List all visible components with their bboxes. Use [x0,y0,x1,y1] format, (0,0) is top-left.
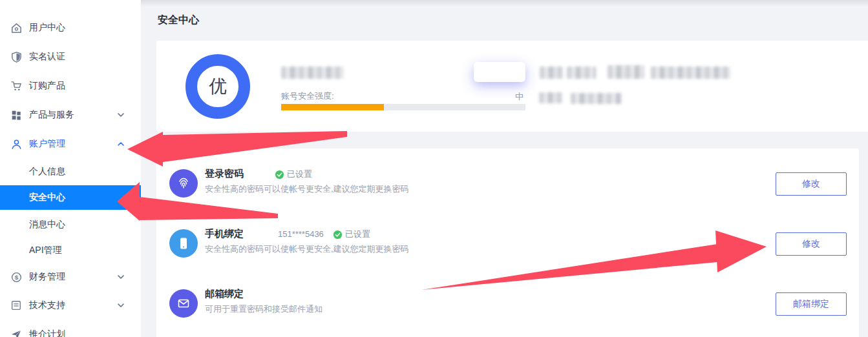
sidebar-item-tech-support[interactable]: 技术支持 [0,293,141,318]
sidebar-item-label: 实名认证 [29,51,65,63]
sidebar-item-api-management[interactable]: API管理 [0,238,141,263]
redacted-info [571,93,622,104]
security-grade-avatar: 优 [185,54,250,119]
home-icon [10,21,23,34]
redacted-info [651,66,730,79]
chevron-down-icon [116,272,125,281]
security-items-card: 登录密码 已设置 安全性高的密码可以使帐号更安全,建议您定期更换密码 修改 手机… [156,148,859,337]
phone-icon [169,229,198,258]
security-item-title: 手机绑定 [205,228,244,240]
sidebar-item-order-products[interactable]: 订购产品 [0,74,141,98]
cart-icon [10,79,23,92]
top-shadow [141,0,868,6]
sidebar-item-account-management[interactable]: 账户管理 [0,132,141,156]
sidebar-item-label: 财务管理 [29,271,65,283]
security-item-desc: 安全性高的密码可以使帐号更安全,建议您定期更换密码 [205,183,409,195]
security-item-desc: 可用于重置密码和接受邮件通知 [205,303,323,315]
status-badge: 已设置 [333,229,370,240]
chevron-up-icon [116,139,125,148]
profile-card: 优 账号安全强度: 中 [156,41,868,132]
sidebar-item-message-center[interactable]: 消息中心 [0,212,141,237]
security-item-title: 登录密码 [205,168,244,180]
sidebar-item-label: API管理 [29,245,62,256]
strength-level: 中 [515,91,524,103]
redacted-info [539,92,562,103]
redacted-info [567,66,596,79]
redacted-account-name [281,66,344,79]
status-text: 已设置 [345,229,370,240]
status-badge: 已设置 [275,168,312,180]
page-title: 安全中心 [158,14,199,27]
security-item-title: 邮箱绑定 [205,288,244,300]
grid-icon [10,108,23,121]
svg-text:$: $ [14,273,18,280]
sidebar-item-label: 推介计划 [29,329,65,337]
fingerprint-icon [169,169,198,198]
redacted-info [608,65,644,79]
security-row-email-binding: 邮箱绑定 可用于重置密码和接受邮件通知 邮箱绑定 [156,287,859,332]
sidebar-item-label: 订购产品 [29,80,65,92]
sidebar-item-label: 产品与服务 [29,109,74,121]
status-text: 已设置 [287,168,312,180]
sidebar-item-user-center[interactable]: 用户中心 [0,15,141,40]
sidebar-item-label: 个人信息 [29,166,65,178]
strength-progress-fill [281,104,384,110]
sidebar-item-products-services[interactable]: 产品与服务 [0,103,141,127]
shield-icon [10,50,23,63]
sidebar-item-promotion-plan[interactable]: 推介计划 [0,322,141,337]
masked-phone-number: 151****5436 [278,229,324,239]
security-row-login-password: 登录密码 已设置 安全性高的密码可以使帐号更安全,建议您定期更换密码 修改 [156,167,859,212]
mail-icon [169,289,198,318]
sidebar-item-label: 用户中心 [29,22,65,34]
redacted-info [540,66,563,79]
security-row-phone-binding: 手机绑定 151****5436 已设置 安全性高的密码可以使帐号更安全,建议您… [156,227,859,272]
security-item-desc: 安全性高的密码可以使帐号更安全,建议您定期更换密码 [205,243,409,255]
check-icon [333,230,343,240]
sidebar-item-label: 账户管理 [29,138,65,150]
hover-tooltip [474,62,525,82]
check-icon [275,170,284,179]
chevron-down-icon [116,110,125,119]
sidebar-item-label: 消息中心 [29,219,65,230]
bind-email-button[interactable]: 邮箱绑定 [776,292,847,316]
sidebar-item-label: 技术支持 [29,300,65,311]
user-icon [10,138,23,150]
chevron-down-icon [116,301,125,310]
sidebar-item-label: 安全中心 [29,192,65,203]
strength-label: 账号安全强度: [281,90,334,102]
main-content: 安全中心 优 账号安全强度: 中 [141,0,868,337]
modify-password-button[interactable]: 修改 [776,172,847,196]
sidebar: 用户中心 实名认证 订购产品 产品与服务 账户管理 个人信息 安全 [0,0,141,337]
paper-plane-icon [10,328,23,337]
strength-progressbar [281,104,525,110]
sidebar-item-realname-auth[interactable]: 实名认证 [0,45,141,69]
security-grade-text: 优 [209,74,227,99]
finance-icon: $ [10,271,23,283]
modify-phone-button[interactable]: 修改 [776,232,847,256]
sidebar-item-personal-info[interactable]: 个人信息 [0,159,141,184]
sidebar-item-finance-management[interactable]: $ 财务管理 [0,265,141,289]
sidebar-item-security-center[interactable]: 安全中心 [0,185,141,210]
document-icon [10,299,23,312]
